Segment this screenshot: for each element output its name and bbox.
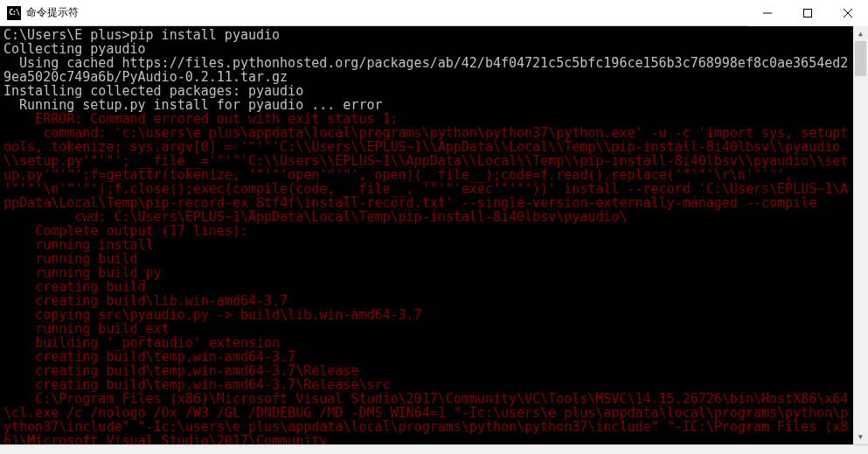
terminal-line: building '_portaudio' extension	[3, 336, 853, 350]
terminal-line: creating build\temp.win-amd64-3.7\Releas…	[3, 364, 853, 378]
terminal-line: Installing collected packages: pyaudio	[3, 84, 853, 98]
terminal-line: Collecting pyaudio	[3, 42, 853, 56]
terminal-line: Using cached https://files.pythonhosted.…	[3, 56, 853, 84]
terminal-line: running build_py	[3, 266, 853, 280]
terminal-line: Running setup.py install for pyaudio ...…	[3, 98, 853, 112]
status-bar	[0, 444, 868, 454]
terminal-line: C:\Program Files (x86)\Microsoft Visual …	[3, 392, 853, 444]
minimize-button[interactable]	[747, 0, 788, 26]
scroll-down-button[interactable]: ▼	[853, 430, 868, 444]
cmd-icon: C:\	[7, 6, 21, 20]
terminal-line: running build	[3, 252, 853, 266]
scroll-thumb[interactable]	[855, 41, 866, 76]
terminal-line: creating build\temp.win-amd64-3.7	[3, 350, 853, 364]
terminal-output[interactable]: C:\Users\E plus>pip install pyaudioColle…	[0, 26, 853, 444]
scroll-up-button[interactable]: ▲	[853, 26, 868, 41]
console-area: C:\Users\E plus>pip install pyaudioColle…	[0, 26, 868, 444]
window-titlebar: C:\ 命令提示符	[0, 0, 868, 26]
terminal-line: command: 'c:\users\e plus\appdata\local\…	[3, 126, 853, 210]
terminal-line: C:\Users\E plus>pip install pyaudio	[3, 28, 853, 42]
svg-rect-1	[804, 9, 812, 17]
terminal-line: running build_ext	[3, 322, 853, 336]
terminal-line: ERROR: Command errored out with exit sta…	[3, 112, 853, 126]
terminal-line: cwd: C:\Users\EPLUS~1\AppData\Local\Temp…	[3, 210, 853, 224]
maximize-button[interactable]	[788, 0, 828, 26]
terminal-line: copying src\pyaudio.py -> build\lib.win-…	[3, 308, 853, 322]
terminal-line: creating build\lib.win-amd64-3.7	[3, 294, 853, 308]
terminal-line: Complete output (17 lines):	[3, 224, 853, 238]
close-button[interactable]	[828, 0, 868, 26]
terminal-line: running install	[3, 238, 853, 252]
terminal-line: creating build\temp.win-amd64-3.7\Releas…	[3, 378, 853, 392]
terminal-line: creating build	[3, 280, 853, 294]
scroll-track[interactable]	[853, 41, 868, 430]
window-title: 命令提示符	[26, 5, 747, 20]
vertical-scrollbar[interactable]: ▲ ▼	[853, 26, 868, 444]
